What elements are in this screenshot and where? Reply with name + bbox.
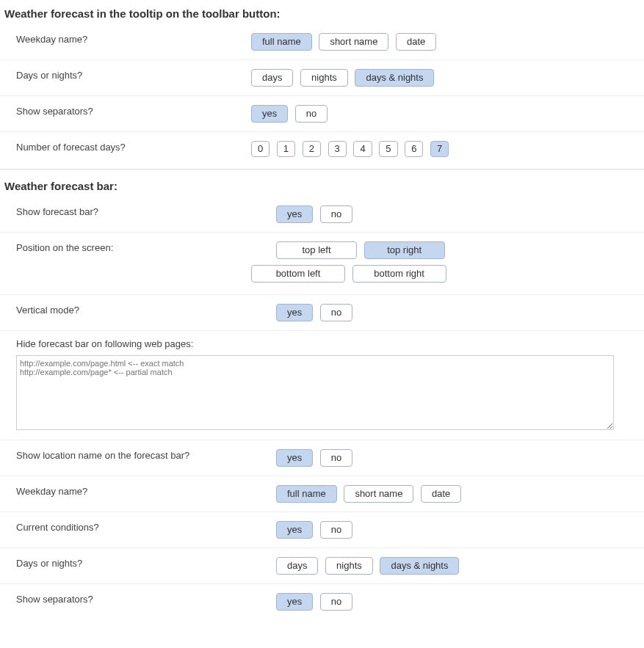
controls-num-days: 0 1 2 3 4 5 6 7 <box>251 139 644 159</box>
option-0[interactable]: 0 <box>251 141 269 157</box>
option-no[interactable]: no <box>320 593 352 611</box>
label-num-days: Number of forecast days? <box>16 139 251 153</box>
controls-position: top left top right bottom left bottom ri… <box>276 240 644 287</box>
controls-show-bar: yes no <box>276 204 644 225</box>
row-position: Position on the screen: top left top rig… <box>0 233 644 295</box>
label-weekday-tooltip: Weekday name? <box>16 32 251 45</box>
option-date[interactable]: date <box>396 33 436 51</box>
option-no[interactable]: no <box>320 304 352 321</box>
label-weekday-bar: Weekday name? <box>16 484 276 497</box>
option-6[interactable]: 6 <box>405 141 423 157</box>
option-3[interactable]: 3 <box>328 141 347 157</box>
label-days-nights-bar: Days or nights? <box>16 556 276 569</box>
hide-pages-textarea[interactable] <box>16 355 614 430</box>
option-yes[interactable]: yes <box>276 449 313 467</box>
option-bottom-left[interactable]: bottom left <box>251 265 345 283</box>
section-divider <box>0 169 644 170</box>
option-days[interactable]: days <box>276 557 318 575</box>
option-top-left[interactable]: top left <box>276 241 357 259</box>
option-bottom-right[interactable]: bottom right <box>352 265 446 283</box>
label-show-location: Show location name on the forecast bar? <box>16 448 276 461</box>
option-4[interactable]: 4 <box>353 141 372 157</box>
controls-days-nights-bar: days nights days & nights <box>276 556 644 576</box>
row-days-nights-tooltip: Days or nights? days nights days & night… <box>0 60 644 96</box>
row-num-days: Number of forecast days? 0 1 2 3 4 5 6 7 <box>0 132 644 166</box>
label-separators-tooltip: Show separators? <box>16 103 251 117</box>
row-show-bar: Show forecast bar? yes no <box>0 197 644 233</box>
label-current: Current conditions? <box>16 520 276 533</box>
option-yes[interactable]: yes <box>251 105 288 123</box>
option-yes[interactable]: yes <box>276 521 313 539</box>
option-5[interactable]: 5 <box>379 141 397 157</box>
row-separators-tooltip: Show separators? yes no <box>0 96 644 132</box>
label-hide-pages: Hide forecast bar on following web pages… <box>16 338 644 349</box>
controls-separators-tooltip: yes no <box>251 103 644 124</box>
controls-days-nights-tooltip: days nights days & nights <box>251 68 644 88</box>
row-hide-pages: Hide forecast bar on following web pages… <box>0 331 644 440</box>
row-separators-bar: Show separators? yes no <box>0 584 644 619</box>
option-1[interactable]: 1 <box>277 141 295 157</box>
row-show-location: Show location name on the forecast bar? … <box>0 440 644 476</box>
option-date[interactable]: date <box>421 485 461 503</box>
label-days-nights-tooltip: Days or nights? <box>16 68 251 81</box>
row-current: Current conditions? yes no <box>0 512 644 548</box>
option-no[interactable]: no <box>320 449 352 467</box>
row-days-nights-bar: Days or nights? days nights days & night… <box>0 548 644 584</box>
label-position: Position on the screen: <box>16 240 276 253</box>
section-title-bar: Weather forecast bar: <box>0 172 644 197</box>
controls-show-location: yes no <box>276 448 644 468</box>
option-no[interactable]: no <box>320 205 352 223</box>
option-7[interactable]: 7 <box>430 141 449 157</box>
label-separators-bar: Show separators? <box>16 591 276 605</box>
option-nights[interactable]: nights <box>300 69 348 87</box>
option-yes[interactable]: yes <box>276 304 313 321</box>
option-top-right[interactable]: top right <box>364 241 445 259</box>
option-2[interactable]: 2 <box>303 141 321 157</box>
option-short-name[interactable]: short name <box>344 485 413 503</box>
option-no[interactable]: no <box>295 105 328 123</box>
option-nights[interactable]: nights <box>325 557 373 575</box>
controls-vertical: yes no <box>276 302 644 323</box>
option-yes[interactable]: yes <box>276 593 313 611</box>
label-vertical: Vertical mode? <box>16 302 276 316</box>
option-full-name[interactable]: full name <box>251 33 312 51</box>
option-days[interactable]: days <box>251 69 293 87</box>
controls-current: yes no <box>276 520 644 540</box>
option-no[interactable]: no <box>320 521 352 539</box>
row-weekday-bar: Weekday name? full name short name date <box>0 476 644 512</box>
controls-weekday-bar: full name short name date <box>276 484 644 504</box>
option-short-name[interactable]: short name <box>319 33 388 51</box>
row-vertical: Vertical mode? yes no <box>0 295 644 331</box>
option-yes[interactable]: yes <box>276 205 313 223</box>
section-title-tooltip: Weather forecast in the tooltip on the t… <box>0 0 644 24</box>
option-days-nights[interactable]: days & nights <box>380 557 459 575</box>
option-days-nights[interactable]: days & nights <box>355 69 434 87</box>
label-show-bar: Show forecast bar? <box>16 204 276 217</box>
controls-separators-bar: yes no <box>276 591 644 612</box>
option-full-name[interactable]: full name <box>276 485 337 503</box>
row-weekday-tooltip: Weekday name? full name short name date <box>0 24 644 60</box>
controls-weekday-tooltip: full name short name date <box>251 32 644 52</box>
